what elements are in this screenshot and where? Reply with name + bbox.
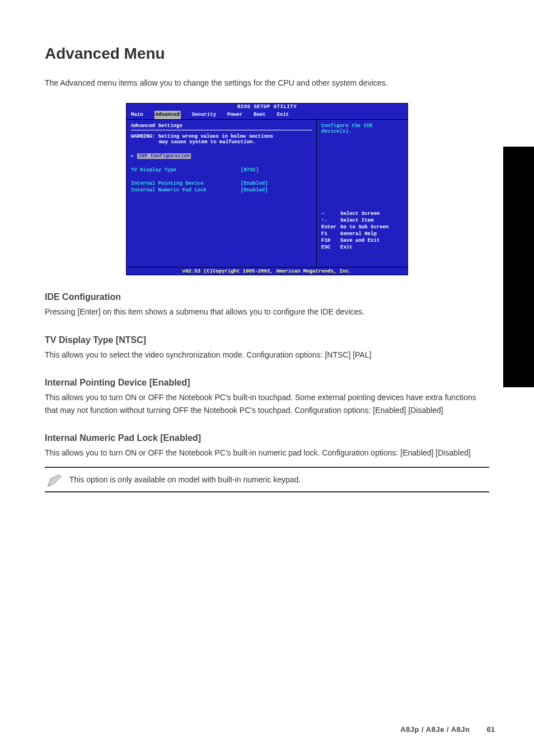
section-ide-heading: IDE Configuration bbox=[45, 292, 489, 302]
bios-tab-boot[interactable]: Boot bbox=[254, 111, 266, 119]
key-leftright: ↔ bbox=[321, 210, 340, 217]
key-f1-desc: General Help bbox=[340, 231, 377, 237]
key-esc: ESC bbox=[321, 244, 340, 251]
bios-tab-security[interactable]: Security bbox=[192, 111, 216, 119]
page-title: Advanced Menu bbox=[45, 45, 489, 63]
section-tv-body: This allows you to select the video sync… bbox=[45, 349, 489, 361]
bios-option-numpad-value: [Enabled] bbox=[241, 187, 268, 194]
key-esc-desc: Exit bbox=[340, 244, 353, 251]
pen-icon bbox=[45, 470, 64, 489]
key-f10-desc: Save and Exit bbox=[340, 237, 380, 244]
bios-screenshot: BIOS SETUP UTILITY Main Advanced Securit… bbox=[126, 103, 408, 275]
note-text: This option is only available on model w… bbox=[69, 475, 301, 486]
note-divider-bottom bbox=[45, 491, 489, 492]
bios-option-tv-value: [NTSC] bbox=[241, 167, 259, 173]
key-leftright-desc: Select Screen bbox=[340, 210, 380, 217]
section-pointing: Internal Pointing Device [Enabled] This … bbox=[45, 378, 489, 416]
page-content: Advanced Menu The Advanced menu items al… bbox=[45, 45, 489, 498]
bios-option-numpad[interactable]: Internal Numeric Pad Lock [Enabled] bbox=[131, 187, 312, 194]
key-f10: F10 bbox=[321, 237, 340, 244]
page-footer: A8Jp / A8Je / A8Jn 61 bbox=[400, 725, 495, 734]
bios-warning-line1: WARNING: Setting wrong values in below s… bbox=[131, 134, 312, 139]
bios-body: Advanced Settings WARNING: Setting wrong… bbox=[127, 119, 407, 267]
section-ide: IDE Configuration Pressing [Enter] on th… bbox=[45, 292, 489, 318]
bios-divider bbox=[131, 130, 312, 130]
bios-tab-power[interactable]: Power bbox=[227, 111, 242, 119]
bios-tab-advanced[interactable]: Advanced bbox=[154, 111, 181, 119]
key-enter: Enter bbox=[321, 224, 340, 231]
section-pointing-body: This allows you to turn ON or OFF the No… bbox=[45, 391, 489, 416]
bios-option-tv[interactable]: TV Display Type [NTSC] bbox=[131, 167, 312, 173]
triangle-icon: ▶ bbox=[131, 153, 134, 159]
bios-option-pointing-value: [Enabled] bbox=[241, 180, 268, 187]
section-ide-body: Pressing [Enter] on this item shows a su… bbox=[45, 306, 489, 318]
section-tv: TV Display Type [NTSC] This allows you t… bbox=[45, 335, 489, 361]
bios-footer: v02.53 (C)Copyright 1985-2002, American … bbox=[127, 267, 407, 275]
bios-submenu-label: IDE Configuration bbox=[137, 153, 191, 159]
note-row: This option is only available on model w… bbox=[45, 468, 489, 491]
footer-page-number: 61 bbox=[487, 725, 495, 734]
bios-help-text: Configure the IDE device(s). bbox=[321, 123, 403, 134]
bios-option-numpad-label: Internal Numeric Pad Lock bbox=[131, 187, 241, 194]
section-numpad: Internal Numeric Pad Lock [Enabled] This… bbox=[45, 433, 489, 459]
page-edge-tab bbox=[503, 147, 534, 387]
bios-title: BIOS SETUP UTILITY bbox=[127, 104, 407, 111]
key-updown: ↑↓ bbox=[321, 217, 340, 224]
section-pointing-heading: Internal Pointing Device [Enabled] bbox=[45, 378, 489, 388]
bios-option-tv-label: TV Display Type bbox=[131, 167, 241, 173]
bios-option-pointing[interactable]: Internal Pointing Device [Enabled] bbox=[131, 180, 312, 187]
bios-menubar: Main Advanced Security Power Boot Exit bbox=[127, 111, 407, 119]
bios-key-help: ↔Select Screen ↑↓Select Item EnterGo to … bbox=[321, 210, 403, 251]
bios-warning-line2: may cause system to malfunction. bbox=[131, 139, 312, 145]
key-enter-desc: Go to Sub Screen bbox=[340, 224, 388, 231]
bios-option-pointing-label: Internal Pointing Device bbox=[131, 180, 241, 187]
footer-model: A8Jp / A8Je / A8Jn bbox=[400, 725, 470, 734]
bios-section-title: Advanced Settings bbox=[131, 123, 312, 129]
key-f1: F1 bbox=[321, 231, 340, 237]
bios-submenu-row[interactable]: ▶ IDE Configuration bbox=[131, 153, 312, 159]
section-numpad-body: This allows you to turn ON or OFF the No… bbox=[45, 447, 489, 459]
bios-left-pane: Advanced Settings WARNING: Setting wrong… bbox=[127, 120, 317, 267]
key-updown-desc: Select Item bbox=[340, 217, 373, 224]
bios-right-pane: Configure the IDE device(s). ↔Select Scr… bbox=[317, 120, 407, 267]
bios-tab-exit[interactable]: Exit bbox=[277, 111, 289, 119]
bios-tab-main[interactable]: Main bbox=[131, 111, 143, 119]
intro-paragraph: The Advanced menu items allow you to cha… bbox=[45, 77, 489, 89]
section-numpad-heading: Internal Numeric Pad Lock [Enabled] bbox=[45, 433, 489, 443]
section-tv-heading: TV Display Type [NTSC] bbox=[45, 335, 489, 345]
